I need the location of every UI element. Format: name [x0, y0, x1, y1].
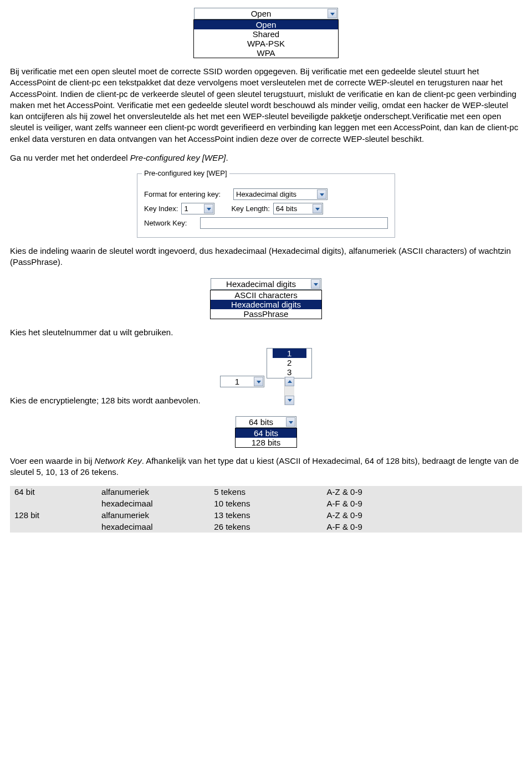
keylength-option-128[interactable]: 128 bits	[236, 438, 296, 447]
keylength-dropdown[interactable]: 64 bits	[273, 203, 323, 214]
paragraph-verification: Bij verificatie met een open sleutel moe…	[10, 66, 522, 145]
keyindex-label: Key Index:	[144, 204, 178, 213]
keylength-option-64[interactable]: 64 bits	[236, 428, 296, 438]
paragraph-keynumber: Kies het sleutelnummer dat u wilt gebrui…	[10, 327, 522, 338]
chevron-down-icon	[254, 377, 263, 386]
scroll-up-icon[interactable]	[285, 377, 294, 386]
auth-option-wpa[interactable]: WPA	[194, 48, 338, 58]
table-row: 64 bit alfanumeriek 5 tekens A-Z & 0-9	[10, 486, 522, 498]
table-row: hexadecimaal 10 tekens A-F & 0-9	[10, 498, 522, 509]
auth-dropdown-block: Open Open Shared WPA-PSK WPA	[193, 8, 339, 58]
chevron-down-icon	[317, 190, 326, 199]
keylength-label: Key Length:	[231, 204, 269, 213]
chevron-down-icon	[286, 417, 295, 427]
networkkey-input[interactable]	[200, 217, 388, 229]
keyindex-option-1[interactable]: 1	[273, 349, 306, 358]
format-dropdown[interactable]: Hexadecimal digits	[233, 188, 328, 200]
paragraph-format: Kies de indeling waarin de sleutel wordt…	[10, 245, 522, 268]
key-length-table: 64 bit alfanumeriek 5 tekens A-Z & 0-9 h…	[10, 486, 522, 533]
table-row: 128 bit alfanumeriek 13 tekens A-Z & 0-9	[10, 509, 522, 521]
chevron-down-icon	[204, 204, 213, 213]
paragraph-continue: Ga nu verder met het onderdeel Pre-confi…	[10, 152, 522, 163]
format-dropdown-closed[interactable]: Hexadecimal digits	[211, 278, 321, 290]
chevron-down-icon	[313, 204, 322, 213]
format-dropdown-block: Hexadecimal digits ASCII characters Hexa…	[210, 278, 322, 319]
keylength-dropdown-closed[interactable]: 64 bits	[236, 416, 296, 428]
format-option-hex[interactable]: Hexadecimal digits	[211, 300, 321, 309]
auth-option-wpa-psk[interactable]: WPA-PSK	[194, 39, 338, 48]
scroll-down-icon[interactable]	[285, 396, 294, 405]
keyindex-dropdown[interactable]: 1	[181, 203, 214, 214]
keyindex-dropdown-block: 1 1 2 3	[220, 348, 312, 387]
keyindex-dropdown-closed[interactable]: 1	[220, 376, 264, 387]
auth-option-open[interactable]: Open	[194, 20, 338, 29]
keyindex-option-3[interactable]: 3	[273, 367, 306, 377]
wep-fieldset: Pre-configured key [WEP] Format for ente…	[137, 173, 395, 238]
table-row: hexadecimaal 26 tekens A-F & 0-9	[10, 521, 522, 533]
paragraph-networkkey: Voer een waarde in bij Network Key. Afha…	[10, 455, 522, 478]
auth-option-shared[interactable]: Shared	[194, 29, 338, 39]
chevron-down-icon	[328, 9, 337, 18]
networkkey-label: Network Key:	[144, 219, 197, 227]
format-option-ascii[interactable]: ASCII characters	[211, 290, 321, 300]
format-label: Format for entering key:	[144, 190, 230, 198]
keylength-dropdown-block: 64 bits 64 bits 128 bits	[235, 416, 297, 448]
auth-dropdown[interactable]: Open	[194, 8, 338, 19]
auth-dropdown-value: Open	[251, 9, 272, 18]
chevron-down-icon	[311, 279, 320, 289]
format-option-pass[interactable]: PassPhrase	[211, 309, 321, 319]
keyindex-option-2[interactable]: 2	[273, 358, 306, 367]
wep-legend: Pre-configured key [WEP]	[142, 169, 229, 177]
paragraph-keylength: Kies de encryptielengte; 128 bits wordt …	[10, 395, 522, 406]
